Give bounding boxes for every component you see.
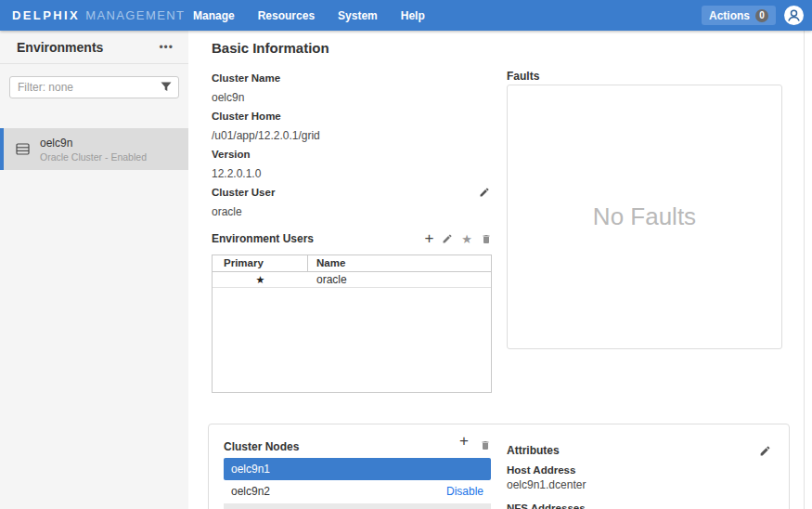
table-header-row: Primary Name — [213, 255, 491, 272]
delete-user-icon[interactable] — [481, 233, 492, 245]
column-header-primary: Primary — [213, 255, 308, 271]
edit-attributes-icon[interactable] — [759, 445, 771, 457]
disable-node-link[interactable]: Disable — [446, 485, 483, 498]
person-icon — [784, 6, 804, 25]
environment-users-table: Primary Name ★ oracle — [212, 254, 492, 393]
field-value-cluster-home: /u01/app/12.2.0.1/grid — [212, 126, 492, 146]
more-menu-icon[interactable]: ••• — [159, 41, 174, 54]
main-content: Basic Information Cluster Name oelc9n Cl… — [188, 31, 812, 509]
top-navbar: DELPHIX MANAGEMENT Manage Resources Syst… — [0, 0, 812, 31]
cluster-node-list: oelc9n1 oelc9n2 Disable — [224, 458, 491, 509]
page-title: Basic Information — [212, 40, 329, 56]
environment-list-item-oelc9n[interactable]: oelc9n Oracle Cluster - Enabled — [0, 128, 188, 170]
actions-button[interactable]: Actions 0 — [702, 6, 776, 25]
environment-users-title: Environment Users — [212, 232, 314, 245]
user-name-cell: oracle — [308, 272, 491, 287]
table-row-oracle[interactable]: ★ oracle — [213, 272, 491, 288]
attributes-title: Attributes — [507, 444, 560, 457]
field-value-cluster-name: oelc9n — [212, 88, 492, 108]
field-value-version: 12.2.0.1.0 — [212, 164, 492, 184]
environment-users-toolbar: + ★ — [424, 232, 492, 245]
add-node-icon[interactable]: + — [459, 435, 469, 448]
logo-management: MANAGEMENT — [85, 8, 185, 22]
field-label-cluster-user: Cluster User — [212, 183, 492, 202]
actions-button-label: Actions — [709, 9, 750, 22]
filter-input[interactable] — [9, 76, 179, 98]
set-primary-star-icon[interactable]: ★ — [461, 233, 472, 245]
primary-star-cell: ★ — [213, 272, 308, 287]
edit-user-icon[interactable] — [442, 233, 453, 244]
nav-item-system[interactable]: System — [338, 9, 378, 22]
column-header-name: Name — [308, 255, 491, 271]
node-name: oelc9n2 — [231, 485, 270, 498]
main-nav: Manage Resources System Help — [193, 0, 425, 31]
environment-users-header: Environment Users + ★ — [212, 232, 492, 245]
field-value-cluster-user: oracle — [212, 202, 492, 222]
app-window: DELPHIX MANAGEMENT Manage Resources Syst… — [0, 0, 812, 509]
faults-panel: No Faults — [507, 85, 782, 349]
cluster-nodes-card: Cluster Nodes + oelc9n1 oelc9n2 Disable … — [208, 424, 790, 509]
filter-container — [9, 76, 179, 98]
attribute-label-nfs-addresses: NFS Addresses — [507, 502, 586, 509]
nav-item-help[interactable]: Help — [401, 9, 425, 22]
sidebar-header: Environments ••• — [0, 31, 188, 64]
cluster-nodes-title: Cluster Nodes — [224, 440, 299, 453]
sidebar: Environments ••• oelc9n Oracle Cluster -… — [0, 31, 188, 509]
environment-item-text: oelc9n Oracle Cluster - Enabled — [40, 137, 147, 163]
field-label-cluster-home: Cluster Home — [212, 107, 492, 126]
environment-name: oelc9n — [40, 137, 147, 150]
node-name: oelc9n1 — [231, 463, 270, 476]
sidebar-title: Environments — [17, 40, 103, 55]
cluster-icon — [16, 143, 30, 155]
filter-icon[interactable] — [161, 82, 172, 92]
user-avatar-button[interactable] — [784, 6, 804, 25]
add-user-icon[interactable]: + — [424, 232, 433, 245]
faults-title: Faults — [507, 70, 539, 83]
node-row-oelc9n2[interactable]: oelc9n2 Disable — [224, 480, 491, 502]
actions-count-badge: 0 — [755, 9, 768, 22]
attribute-value-host-address: oelc9n1.dcenter — [507, 478, 586, 491]
nav-item-resources[interactable]: Resources — [258, 9, 315, 22]
basic-information-fields: Cluster Name oelc9n Cluster Home /u01/ap… — [212, 69, 492, 221]
list-scrollbar[interactable] — [224, 503, 491, 509]
field-label-version: Version — [212, 145, 492, 164]
edit-cluster-user-icon[interactable] — [479, 187, 490, 198]
content-scroll-gutter — [804, 31, 805, 509]
attribute-label-host-address: Host Address — [507, 464, 575, 476]
field-label-cluster-name: Cluster Name — [212, 69, 492, 88]
nav-item-manage[interactable]: Manage — [193, 9, 235, 22]
node-row-oelc9n1[interactable]: oelc9n1 — [224, 458, 491, 480]
environment-subtitle: Oracle Cluster - Enabled — [40, 151, 147, 163]
delphix-logo: DELPHIX MANAGEMENT — [12, 0, 185, 31]
no-faults-text: No Faults — [593, 202, 696, 231]
delete-node-icon[interactable] — [480, 439, 491, 451]
cluster-user-label-text: Cluster User — [212, 187, 275, 198]
logo-delphix: DELPHIX — [12, 8, 80, 22]
